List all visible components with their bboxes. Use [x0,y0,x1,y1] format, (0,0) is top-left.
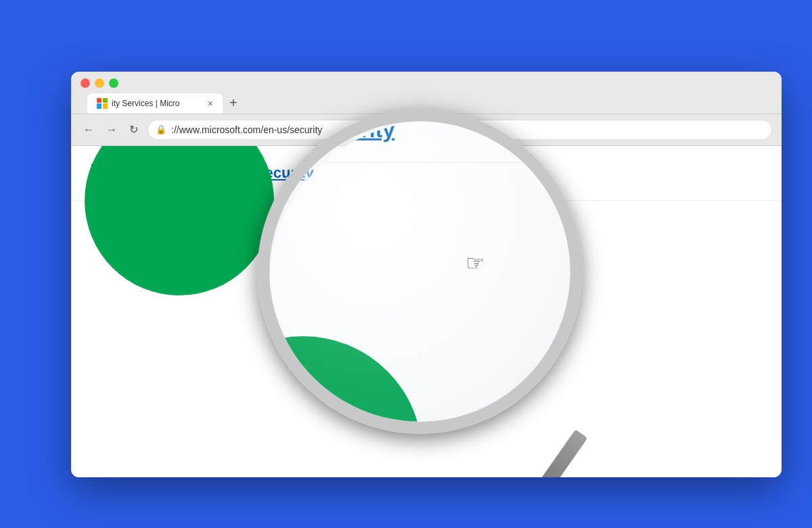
site-nav: Solution Products ∨ More ∨ [341,167,498,178]
traffic-lights [81,78,772,88]
address-bar[interactable]: 🔒 ://www.microsoft.com/en-us/security [148,120,772,140]
address-bar-row: ← → ↻ 🔒 ://www.microsoft.com/en-us/secur… [71,114,782,146]
nav-products[interactable]: Products ∨ [398,167,446,178]
lock-icon: 🔒 [156,124,166,135]
url-display[interactable]: ://www.microsoft.com/en-us/security [148,120,772,140]
tab-favicon [97,98,108,109]
tab-close-button[interactable]: × [208,99,213,108]
close-button[interactable] [81,78,90,88]
new-tab-button[interactable]: + [223,96,244,114]
website-content: Micr Microsoft Security Solution Product… [71,146,782,477]
refresh-button[interactable]: ↻ [127,122,141,137]
green-circle-decoration [85,146,274,295]
tab-bar: ity Services | Micro × + [87,93,772,114]
active-tab[interactable]: ity Services | Micro × [87,93,223,114]
maximize-button[interactable] [109,78,118,88]
tab-title: ity Services | Micro [112,99,179,108]
forward-button[interactable]: → [104,122,120,137]
pointer-cursor: ☞ [335,342,350,361]
browser-window: ity Services | Micro × + ← → ↻ 🔒 ://www.… [71,72,782,477]
back-button[interactable]: ← [81,122,97,137]
minimize-button[interactable] [95,78,104,88]
products-chevron-icon: ∨ [441,168,446,177]
more-chevron-icon: ∨ [492,168,497,177]
content-area [71,201,782,241]
nav-more[interactable]: More ∨ [466,167,497,178]
browser-chrome: ity Services | Micro × + [71,72,782,114]
nav-solutions[interactable]: Solution [341,167,378,178]
